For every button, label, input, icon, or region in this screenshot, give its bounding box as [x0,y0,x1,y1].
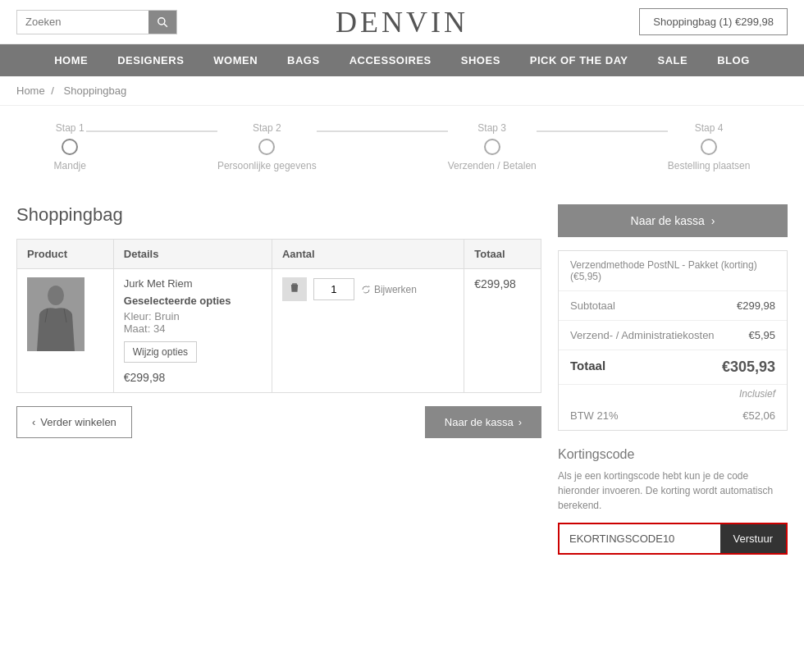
nav-sale[interactable]: SALE [643,44,703,76]
step-connector-3 [537,122,668,132]
nav-women[interactable]: WOMEN [199,44,272,76]
nav-shoes[interactable]: SHOES [446,44,515,76]
color-label: Kleur: [124,310,152,322]
product-image-cell [17,269,114,393]
svg-point-0 [158,17,165,24]
subtotal-label: Subtotaal [570,299,615,312]
size-label: Maat: [124,322,151,335]
subtotal-row: Subtotaal €299,98 [559,291,787,321]
step-2-number: Stap 2 [253,122,281,134]
site-logo: DENVIN [336,5,468,39]
nav-designers[interactable]: DESIGNERS [103,44,199,76]
step-3-number: Stap 3 [477,122,506,134]
chevron-right-sidebar-icon: › [711,214,715,227]
step-3-label: Verzenden / Betalen [448,160,537,171]
svg-point-3 [48,286,64,305]
nav-accessoires[interactable]: ACCESSOIRES [335,44,446,76]
total-cell: €299,98 [464,269,541,393]
product-details-cell: Jurk Met Riem Geselecteerde opties Kleur… [113,269,272,393]
product-options-label: Geselecteerde opties [124,295,262,307]
checkout-main-label: Naar de kassa [445,416,514,428]
step-4-label: Bestelling plaatsen [668,160,751,171]
coupon-form: Verstuur [558,523,788,555]
table-row: Jurk Met Riem Geselecteerde opties Kleur… [17,269,541,393]
total-value: €305,93 [722,359,775,376]
cart-column: Shoppingbag Product Details Aantal Totaa… [16,204,541,555]
step-4-number: Stap 4 [695,122,724,134]
change-options-button[interactable]: Wijzig opties [124,341,197,363]
nav-home[interactable]: HOME [39,44,103,76]
chevron-left-icon: ‹ [32,416,35,428]
main-content: Shoppingbag Product Details Aantal Totaa… [0,188,804,571]
btw-value: €52,06 [742,409,775,422]
incl-label: Inclusief [559,385,787,405]
step-2-dot [258,139,275,155]
total-label: Totaal [570,359,605,376]
order-sidebar: Naar de kassa › Verzendmethode PostNL - … [558,204,788,555]
step-1-label: Mandje [54,160,86,171]
shipping-row: Verzend- / Administratiekosten €5,95 [559,321,787,350]
btw-row: BTW 21% €52,06 [559,405,787,430]
shipping-value: €5,95 [748,329,775,341]
product-price: €299,98 [124,371,262,384]
row-total: €299,98 [474,277,531,290]
cart-actions: ‹ Verder winkelen Naar de kassa › [16,406,541,438]
col-details: Details [113,240,272,269]
coupon-title: Kortingscode [558,447,788,462]
col-product: Product [17,240,114,269]
cart-button[interactable]: Shoppingbag (1) €299,98 [639,8,788,35]
checkout-button-main[interactable]: Naar de kassa › [425,406,541,438]
search-button[interactable] [148,11,176,34]
svg-line-1 [164,24,167,27]
size-value: 34 [153,322,165,335]
nav-pick-of-the-day[interactable]: PICK OF THE DAY [515,44,643,76]
order-summary: Verzendmethode PostNL - Pakket (korting)… [558,250,788,431]
coupon-description: Als je een kortingscode hebt kun je de c… [558,469,788,513]
chevron-right-icon: › [518,416,522,428]
breadcrumb-home[interactable]: Home [16,85,45,97]
step-connector-2 [317,122,448,132]
trash-icon [289,282,300,294]
product-image [27,277,85,351]
cart-table: Product Details Aantal Totaal [16,239,541,393]
color-value: Bruin [154,310,179,322]
continue-label: Verder winkelen [40,416,116,428]
continue-shopping-button[interactable]: ‹ Verder winkelen [16,406,132,438]
coupon-section: Kortingscode Als je een kortingscode heb… [558,447,788,555]
step-2-label: Persoonlijke gegevens [217,160,317,171]
quantity-cell: 1 Bijwerken [272,269,464,393]
update-button[interactable]: Bijwerken [361,284,417,295]
svg-rect-5 [295,287,295,290]
product-size: Maat: 34 [124,322,262,335]
subtotal-value: €299,98 [737,299,775,312]
search-icon [157,16,168,28]
checkout-steps: Stap 1 Mandje Stap 2 Persoonlijke gegeve… [0,106,804,188]
search-input[interactable] [17,11,148,33]
refresh-icon [361,285,371,295]
quantity-input[interactable]: 1 [313,278,354,300]
update-label: Bijwerken [374,284,417,295]
nav-bags[interactable]: BAGS [272,44,335,76]
product-color: Kleur: Bruin [124,310,262,322]
page-title: Shoppingbag [16,204,541,226]
step-4: Stap 4 Bestelling plaatsen [668,122,751,171]
step-3-dot [484,139,500,155]
search-form [16,10,177,34]
main-nav: HOME DESIGNERS WOMEN BAGS ACCESSOIRES SH… [0,44,804,76]
col-aantal: Aantal [272,240,464,269]
step-1-number: Stap 1 [56,122,85,134]
step-1: Stap 1 Mandje [54,122,86,171]
shipping-label: Verzend- / Administratiekosten [570,329,715,341]
step-1-dot [62,139,78,155]
breadcrumb-separator: / [51,85,57,97]
checkout-button-sidebar[interactable]: Naar de kassa › [558,204,788,237]
nav-blog[interactable]: BLOG [702,44,765,76]
coupon-submit-button[interactable]: Verstuur [720,524,786,553]
breadcrumb: Home / Shoppingbag [0,76,804,106]
step-3: Stap 3 Verzenden / Betalen [448,122,537,171]
shipping-note: Verzendmethode PostNL - Pakket (korting)… [559,251,787,291]
step-4-dot [701,139,717,155]
svg-rect-4 [293,287,294,290]
coupon-input[interactable] [560,524,720,553]
delete-button[interactable] [282,277,307,301]
